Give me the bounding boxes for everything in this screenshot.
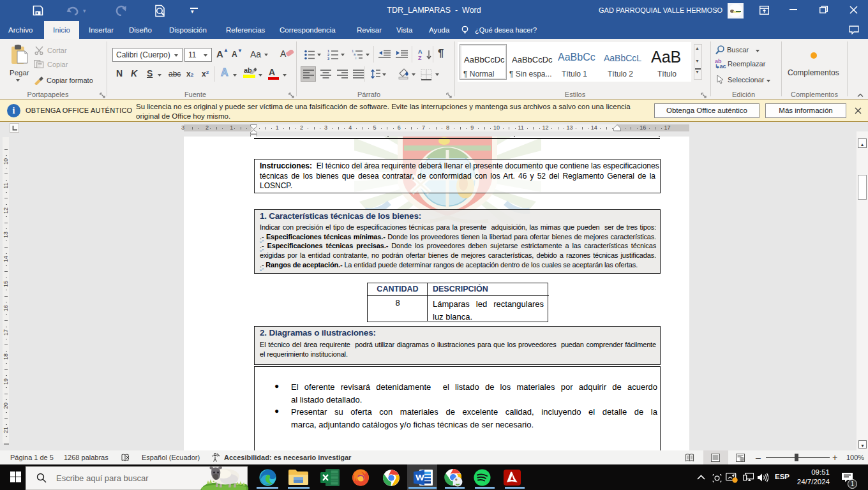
svg-text:3: 3	[327, 57, 329, 60]
svg-text:i: i	[355, 56, 356, 60]
